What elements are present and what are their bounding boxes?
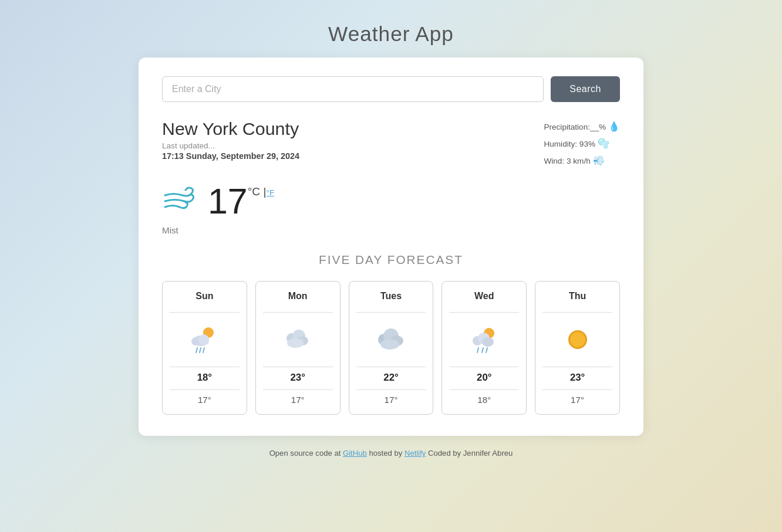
forecast-grid: Sun 18° 17° bbox=[162, 281, 620, 415]
svg-line-21 bbox=[486, 348, 487, 353]
forecast-day: Mon bbox=[288, 291, 308, 301]
forecast-day: Thu bbox=[569, 291, 586, 301]
temp-unit: °C |°F bbox=[248, 185, 275, 198]
city-name: New York County bbox=[162, 118, 299, 139]
svg-point-23 bbox=[570, 332, 585, 347]
forecast-high: 23° bbox=[570, 372, 585, 384]
forecast-icon-area bbox=[467, 322, 502, 357]
wind-icon-graphic bbox=[162, 187, 197, 216]
svg-line-5 bbox=[200, 348, 201, 353]
temp-row: 17 °C |°F bbox=[162, 181, 620, 222]
forecast-icon-area bbox=[560, 322, 595, 357]
forecast-low: 18° bbox=[477, 395, 491, 405]
footer-text-middle: hosted by bbox=[369, 449, 405, 458]
main-card: Search New York County Last updated... 1… bbox=[139, 57, 643, 436]
detail-humidity: Humidity: 93% 🫧 bbox=[544, 135, 620, 153]
temp-value: 17 bbox=[208, 181, 248, 222]
forecast-high: 22° bbox=[383, 372, 398, 384]
forecast-icon-area bbox=[187, 322, 222, 357]
forecast-card: Mon 23° 17° bbox=[255, 281, 341, 415]
svg-point-2 bbox=[191, 337, 200, 345]
svg-line-4 bbox=[196, 348, 197, 353]
forecast-high: 20° bbox=[477, 372, 491, 384]
unit-toggle[interactable]: °F bbox=[266, 188, 274, 197]
footer: Open source code at GitHub hosted by Net… bbox=[269, 449, 513, 458]
svg-line-19 bbox=[477, 348, 478, 353]
weather-details: Precipitation:__% 💧 Humidity: 93% 🫧 Wind… bbox=[544, 118, 620, 169]
forecast-low: 17° bbox=[571, 395, 584, 405]
svg-point-3 bbox=[198, 334, 209, 345]
netlify-link[interactable]: Netlify bbox=[405, 449, 426, 458]
detail-precipitation: Precipitation:__% 💧 bbox=[544, 118, 620, 135]
svg-point-10 bbox=[287, 338, 304, 348]
forecast-low: 17° bbox=[198, 395, 211, 405]
datetime: 17:13 Sunday, September 29, 2024 bbox=[162, 151, 299, 161]
svg-point-18 bbox=[482, 337, 494, 347]
forecast-day: Wed bbox=[474, 291, 494, 301]
app-title: Weather App bbox=[328, 22, 454, 46]
current-weather-section: New York County Last updated... 17:13 Su… bbox=[162, 118, 620, 169]
forecast-card: Thu 23° 17° bbox=[535, 281, 620, 415]
temperature-display: 17 °C |°F bbox=[208, 181, 274, 222]
city-input[interactable] bbox=[162, 76, 544, 102]
last-updated-label: Last updated... bbox=[162, 141, 299, 150]
svg-point-14 bbox=[380, 339, 399, 350]
forecast-high: 23° bbox=[291, 372, 305, 384]
github-link[interactable]: GitHub bbox=[343, 449, 367, 458]
weather-description: Mist bbox=[162, 225, 620, 235]
forecast-title: FIVE DAY FORECAST bbox=[162, 253, 620, 267]
forecast-icon-area bbox=[373, 322, 409, 357]
forecast-high: 18° bbox=[197, 372, 212, 384]
footer-text-before: Open source code at bbox=[269, 449, 343, 458]
search-row: Search bbox=[162, 76, 620, 102]
svg-line-20 bbox=[482, 348, 483, 353]
forecast-card: Sun 18° 17° bbox=[162, 281, 247, 415]
current-left: New York County Last updated... 17:13 Su… bbox=[162, 118, 299, 161]
detail-wind: Wind: 3 km/h 💨 bbox=[544, 153, 620, 170]
footer-text-after: Coded by Jennifer Abreu bbox=[428, 449, 513, 458]
svg-line-6 bbox=[203, 348, 204, 353]
forecast-day: Sun bbox=[196, 291, 213, 301]
forecast-low: 17° bbox=[385, 395, 398, 405]
forecast-icon-area bbox=[280, 322, 315, 357]
forecast-card: Tues 22° 17° bbox=[349, 281, 434, 415]
forecast-card: Wed 20° 18° bbox=[441, 281, 527, 415]
search-button[interactable]: Search bbox=[551, 76, 620, 102]
forecast-low: 17° bbox=[291, 395, 305, 405]
forecast-day: Tues bbox=[380, 291, 402, 301]
